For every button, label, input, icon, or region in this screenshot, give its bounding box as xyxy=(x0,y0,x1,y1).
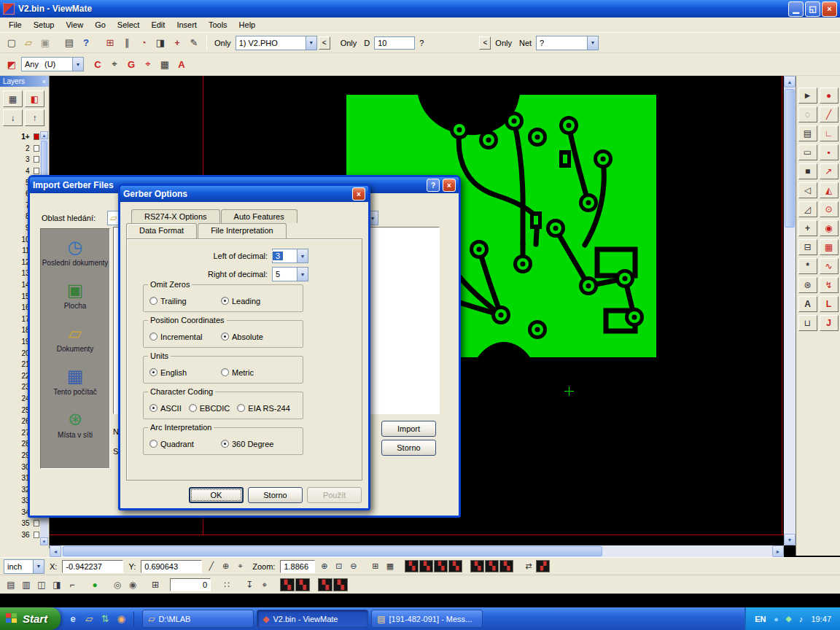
layer-row-35[interactable]: 35 xyxy=(1,518,39,529)
messenger-tray-icon[interactable]: ◆ xyxy=(782,613,794,625)
pointer-icon[interactable]: ► xyxy=(798,88,817,104)
taskbar-button-v2-bin-viewmate[interactable]: ◆V2.bin - ViewMate xyxy=(257,610,368,628)
only-dcode-label[interactable]: Only xyxy=(338,39,360,47)
layer-color-swatch[interactable] xyxy=(34,520,39,526)
zoom-window-icon[interactable]: ⊡ xyxy=(332,560,346,572)
axis-cross-icon[interactable]: ⌖ xyxy=(257,578,272,591)
layer-row-36[interactable]: 36 xyxy=(1,529,39,541)
dashed-rect-icon[interactable]: ▦ xyxy=(820,239,839,255)
language-indicator[interactable]: EN xyxy=(755,615,766,623)
grid-value-field[interactable]: 0 xyxy=(170,578,211,591)
layer-row-2[interactable]: 2 xyxy=(1,143,39,155)
import-button[interactable]: Import xyxy=(381,421,436,437)
letter-j-icon[interactable]: J xyxy=(820,315,839,331)
gear-icon[interactable]: ⊛ xyxy=(798,277,817,293)
radio-leading[interactable]: Leading xyxy=(221,297,260,306)
datum-anchor-icon[interactable]: ⌖ xyxy=(233,560,247,572)
print-icon[interactable]: ▤ xyxy=(61,36,77,50)
pad-target-icon[interactable]: ⌖ xyxy=(106,57,122,71)
overlay-1-icon[interactable]: ▚ xyxy=(405,560,419,572)
swap-view-icon[interactable]: ⇄ xyxy=(521,560,535,572)
place-m-sta-v-s-ti[interactable]: ⊛Místa v síti xyxy=(41,410,109,439)
scroll-left-icon[interactable]: ◄ xyxy=(50,545,61,557)
left-of-decimal-combo[interactable]: 3▼ xyxy=(272,249,308,263)
layer-row-1[interactable]: 1+ xyxy=(1,131,39,143)
mirror-left-icon[interactable]: ◁ xyxy=(798,182,817,198)
radio-dot-icon[interactable] xyxy=(149,368,158,376)
radio-incremental[interactable]: Incremental xyxy=(149,332,214,341)
grid-settings-icon[interactable]: ⊞ xyxy=(148,578,163,591)
layer-pair-icon[interactable]: ▥ xyxy=(19,578,34,591)
layer-up-icon[interactable]: ↑ xyxy=(25,109,44,126)
pan-icon[interactable]: + xyxy=(798,220,817,236)
zoom-in-icon[interactable]: ⊕ xyxy=(317,560,331,572)
layer-color-swatch[interactable] xyxy=(34,168,39,174)
filled-rect-icon[interactable]: ■ xyxy=(798,163,817,179)
measure-diagonal-icon[interactable]: ╱ xyxy=(204,560,218,572)
tab-file-interpretation[interactable]: File Interpretation xyxy=(198,223,287,238)
chevron-down-icon[interactable]: ▼ xyxy=(72,58,83,71)
radio-eia-rs-244[interactable]: EIA RS-244 xyxy=(237,404,289,413)
tab-data-format[interactable]: Data Format xyxy=(126,223,197,238)
new-file-icon[interactable]: ▢ xyxy=(4,36,20,50)
cancel-button[interactable]: Storno xyxy=(248,487,303,503)
radio-absolute[interactable]: Absolute xyxy=(221,332,263,341)
layer-color-swatch[interactable] xyxy=(34,133,39,140)
unit-combo[interactable]: inch ▼ xyxy=(4,559,44,574)
radio-dot-icon[interactable] xyxy=(221,440,229,448)
overlay-5-icon[interactable]: ▚ xyxy=(470,560,484,572)
right-of-decimal-combo[interactable]: 5▼ xyxy=(272,267,308,281)
place-posledn-dokumenty[interactable]: ◷Poslední dokumenty xyxy=(41,238,109,267)
wave-icon[interactable]: ∿ xyxy=(820,258,839,274)
restore-button[interactable]: ◱ xyxy=(805,1,820,17)
radio-dot-icon[interactable] xyxy=(189,404,197,412)
line-icon[interactable]: ╱ xyxy=(820,106,839,122)
taskbar-button-191-482-091-mess[interactable]: ▤[191-482-091] - Mess... xyxy=(371,610,483,628)
menu-setup[interactable]: Setup xyxy=(28,19,61,31)
sketch-icon[interactable]: ✎ xyxy=(186,36,202,50)
radio-dot-icon[interactable] xyxy=(237,404,245,412)
browser-globe-icon[interactable]: ◉ xyxy=(114,612,128,626)
cross-icon[interactable]: + xyxy=(169,36,185,50)
layer-list-icon[interactable]: ▤ xyxy=(4,578,18,591)
folder-launch-icon[interactable]: ▱ xyxy=(82,612,96,626)
chevron-down-icon[interactable]: ▼ xyxy=(33,560,44,573)
chevron-down-icon[interactable]: ▼ xyxy=(297,249,308,262)
slope-icon[interactable]: ◿ xyxy=(798,201,817,217)
shield-tray-icon[interactable]: ● xyxy=(770,613,782,625)
chevron-down-icon[interactable]: ▼ xyxy=(306,36,316,50)
minimize-button[interactable]: ▁ xyxy=(788,1,804,17)
radio-ebcdic[interactable]: EBCDIC xyxy=(189,404,230,413)
radio-360-degree[interactable]: 360 Degree xyxy=(221,440,274,448)
dcode-query-button[interactable]: ? xyxy=(416,39,427,47)
overlay-3-icon[interactable]: ▚ xyxy=(434,560,448,572)
menu-go[interactable]: Go xyxy=(89,19,112,31)
film-1-icon[interactable]: ▚ xyxy=(280,578,295,591)
tab-auto-features[interactable]: Auto Features xyxy=(221,209,298,223)
text-icon[interactable]: A xyxy=(798,296,817,312)
context-help-icon[interactable]: ? xyxy=(78,36,94,50)
clock[interactable]: 19:47 xyxy=(811,615,831,623)
start-button[interactable]: Start xyxy=(0,607,61,630)
menu-select[interactable]: Select xyxy=(112,19,146,31)
snap-anchor-icon[interactable]: ↧ xyxy=(242,578,257,591)
negative-view-icon[interactable]: ◨ xyxy=(50,578,64,591)
scroll-down-icon[interactable]: ▼ xyxy=(40,537,48,545)
menu-help[interactable]: Help xyxy=(233,19,262,31)
layer-down-icon[interactable]: ↓ xyxy=(3,109,23,126)
help-button[interactable]: ? xyxy=(427,179,440,192)
dash-icon[interactable]: ⊟ xyxy=(798,239,817,255)
menu-view[interactable]: View xyxy=(60,19,89,31)
lasso-icon[interactable]: ◌ xyxy=(798,106,817,122)
volume-tray-icon[interactable]: ♪ xyxy=(795,613,806,625)
horizontal-scrollbar-thumb[interactable] xyxy=(63,546,602,556)
vertical-scrollbar[interactable]: ▲ ▼ xyxy=(784,76,796,545)
menu-insert[interactable]: Insert xyxy=(171,19,203,31)
ok-button[interactable]: OK xyxy=(189,487,244,503)
radio-metric[interactable]: Metric xyxy=(221,368,254,377)
radio-dot-icon[interactable] xyxy=(221,332,229,341)
layers-close-icon[interactable]: × xyxy=(42,78,46,85)
prev-net-button[interactable]: < xyxy=(479,36,491,50)
board-flip-icon[interactable]: ◫ xyxy=(34,578,49,591)
radio-dot-icon[interactable] xyxy=(221,368,229,376)
